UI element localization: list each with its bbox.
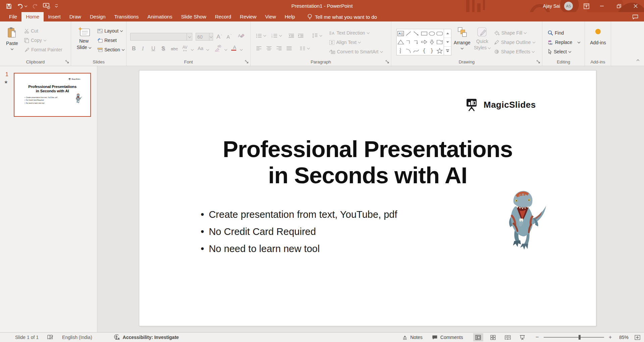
zoom-level[interactable]: 85% <box>616 335 629 340</box>
zoom-slider-thumb[interactable] <box>579 335 581 340</box>
undo-icon[interactable] <box>17 4 27 9</box>
shape-arc-icon[interactable] <box>405 48 411 53</box>
shape-scribble-icon[interactable] <box>398 48 403 54</box>
shape-snip-corner-icon[interactable] <box>436 39 443 45</box>
collapse-ribbon-icon[interactable] <box>637 59 639 62</box>
svg-text:A: A <box>398 32 401 35</box>
fit-to-window-icon[interactable] <box>633 333 641 341</box>
notes-toggle[interactable]: Notes <box>402 335 423 340</box>
shapes-gallery-scrollbar[interactable] <box>444 29 451 55</box>
customize-qat-icon[interactable] <box>55 4 58 8</box>
find-button[interactable]: Find <box>548 29 564 37</box>
shape-right-arrow-icon[interactable] <box>421 39 428 45</box>
slide-editor: MagicSlides Professional Presentations i… <box>97 66 644 332</box>
shape-elbow-connector-icon[interactable] <box>405 39 411 45</box>
shape-triangle-icon[interactable] <box>397 39 404 45</box>
paste-button[interactable]: Paste <box>3 27 21 50</box>
font-name-combobox <box>130 33 192 41</box>
align-right-button <box>276 44 282 52</box>
ribbon-display-options-icon[interactable] <box>579 0 594 12</box>
feedback-icon[interactable] <box>632 14 638 19</box>
user-name[interactable]: Ajay Sai <box>543 3 560 9</box>
select-button[interactable]: Select <box>548 48 571 56</box>
format-painter-button: Format Painter <box>24 46 62 54</box>
slide-show-button[interactable] <box>517 333 528 341</box>
gallery-more-icon[interactable] <box>444 47 451 55</box>
zoom-in-button[interactable]: + <box>609 334 612 340</box>
tab-help[interactable]: Help <box>280 12 299 21</box>
gallery-scroll-up-icon[interactable] <box>444 29 451 38</box>
drawing-dialog-launcher-icon[interactable] <box>537 60 540 64</box>
restore-button[interactable] <box>610 0 627 12</box>
slide-sorter-view-button[interactable] <box>488 333 498 341</box>
tab-slide-show[interactable]: Slide Show <box>177 12 210 21</box>
minimize-button[interactable] <box>594 0 610 12</box>
ribbon-group-drawing: A { } <box>391 21 542 66</box>
section-button[interactable]: Section <box>97 46 125 54</box>
tab-insert[interactable]: Insert <box>44 12 65 21</box>
reading-view-button[interactable] <box>503 333 513 341</box>
clear-formatting-button: A <box>238 33 245 39</box>
tab-view[interactable]: View <box>261 12 280 21</box>
language-indicator[interactable]: English (India) <box>62 335 92 340</box>
animation-star-icon[interactable]: ★ <box>4 80 8 85</box>
ribbon-tab-row: File Home Insert Draw Design Transitions… <box>0 12 644 21</box>
slide-canvas[interactable]: MagicSlides Professional Presentations i… <box>139 70 596 326</box>
addins-group-label: Add-ins <box>585 59 611 64</box>
shape-down-arrow-icon[interactable] <box>429 39 435 45</box>
accessibility-status[interactable]: Accessibility: Investigate <box>114 334 179 340</box>
shape-arrow-icon[interactable] <box>413 31 419 36</box>
clipboard-dialog-launcher-icon[interactable] <box>65 60 69 64</box>
shape-star-icon[interactable] <box>437 48 443 54</box>
slide-thumbnail[interactable]: MagicSlides Professional Presentations i… <box>14 73 91 117</box>
tab-record[interactable]: Record <box>210 12 235 21</box>
shape-elbow-arrow-connector-icon[interactable] <box>413 39 419 45</box>
shape-textbox-icon[interactable]: A <box>397 31 404 36</box>
tab-review[interactable]: Review <box>236 12 261 21</box>
reset-button[interactable]: Reset <box>97 36 117 44</box>
new-slide-icon <box>78 27 90 37</box>
tell-me-search[interactable]: Tell me what you want to do <box>307 12 377 21</box>
shape-curve-icon[interactable] <box>413 48 419 53</box>
font-dialog-launcher-icon[interactable] <box>245 60 249 64</box>
slide-bullet-list[interactable]: •Create presentation from text, YouTube,… <box>201 206 397 257</box>
close-button[interactable] <box>627 0 644 12</box>
tab-design[interactable]: Design <box>86 12 110 21</box>
slide-title-line2: in Seconds with AI <box>139 162 596 189</box>
italic-button: I <box>142 46 144 52</box>
tab-file[interactable]: File <box>5 12 21 21</box>
slide-title[interactable]: Professional Presentations in Seconds wi… <box>139 136 596 189</box>
tab-transitions[interactable]: Transitions <box>110 12 143 21</box>
comments-toggle[interactable]: Comments <box>432 335 463 340</box>
zoom-out-button[interactable]: − <box>536 334 539 341</box>
layout-button[interactable]: Layout <box>97 27 123 35</box>
paragraph-dialog-launcher-icon[interactable] <box>386 60 389 64</box>
shape-right-brace-icon[interactable]: } <box>430 48 434 54</box>
user-avatar[interactable]: AS <box>564 2 573 10</box>
spell-check-icon[interactable] <box>47 335 53 340</box>
shape-left-brace-icon[interactable]: { <box>423 48 426 54</box>
replace-button[interactable]: abac Replace <box>548 38 580 46</box>
addins-button[interactable]: Add-ins <box>588 29 608 46</box>
lightbulb-icon <box>307 14 312 20</box>
start-from-beginning-icon[interactable] <box>43 3 50 9</box>
shape-rounded-rectangle-icon[interactable] <box>436 31 443 36</box>
paste-icon <box>7 27 17 39</box>
slide-thumbnail-panel[interactable]: 1 ★ MagicSlides Professional Presentatio… <box>0 66 97 332</box>
slide-indicator[interactable]: Slide 1 of 1 <box>15 335 39 340</box>
shape-line-icon[interactable] <box>405 31 411 36</box>
zoom-slider[interactable] <box>544 333 604 341</box>
tab-home[interactable]: Home <box>21 12 44 21</box>
new-slide-button[interactable]: New Slide <box>74 27 94 51</box>
reset-icon <box>97 38 103 43</box>
shape-oval-icon[interactable] <box>429 31 435 36</box>
dinosaur-image[interactable] <box>501 187 547 250</box>
tab-draw[interactable]: Draw <box>65 12 86 21</box>
slide-number: 1 <box>5 71 8 78</box>
tab-animations[interactable]: Animations <box>143 12 177 21</box>
normal-view-button[interactable] <box>473 333 483 341</box>
shape-rectangle-icon[interactable] <box>421 31 428 36</box>
arrange-button[interactable]: Arrange <box>452 27 472 50</box>
save-icon[interactable] <box>6 3 12 9</box>
gallery-scroll-down-icon[interactable] <box>444 38 451 47</box>
